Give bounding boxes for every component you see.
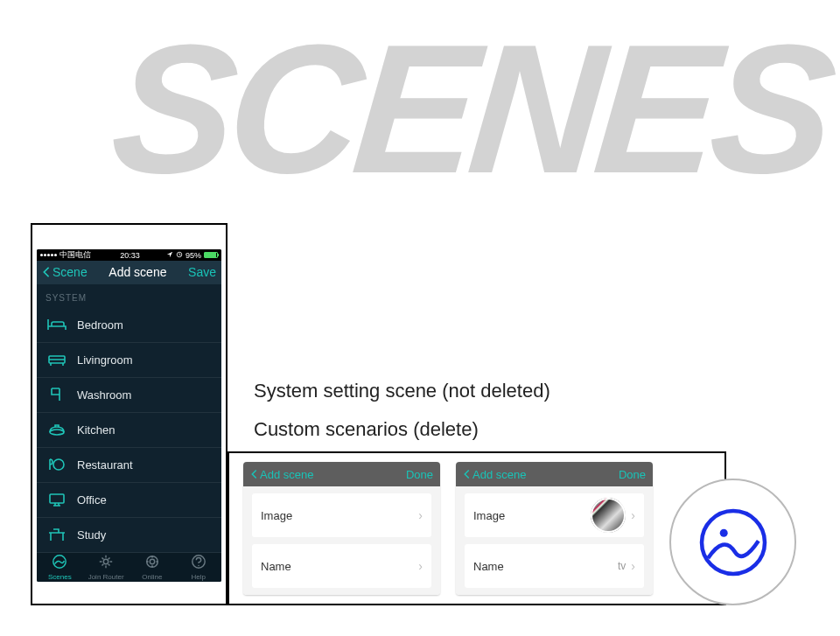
mini-nav: Add sceneDone (456, 462, 653, 486)
scene-row-label: Office (77, 493, 107, 507)
signal-icon (40, 254, 57, 256)
chevron-left-icon (463, 469, 471, 479)
mini-back-label: Add scene (472, 468, 526, 481)
nav-bar: Scene Add scene Save (37, 261, 221, 284)
mini-row-name[interactable]: Nametv› (465, 544, 644, 588)
section-header-system: SYSTEM (37, 284, 221, 308)
scene-list[interactable]: BedroomLivingroomWashroomKitchenRestaura… (37, 308, 221, 553)
mini-done-button[interactable]: Done (619, 468, 646, 481)
chevron-right-icon: › (631, 508, 635, 522)
svg-rect-5 (50, 494, 64, 503)
battery-pct: 95% (186, 251, 201, 260)
scene-row-label: Kitchen (77, 423, 115, 437)
image-thumbnail (591, 498, 626, 533)
monitor-icon (46, 490, 68, 509)
svg-point-4 (53, 459, 64, 470)
scene-row-label: Livingroom (77, 353, 133, 367)
mini-done-button[interactable]: Done (406, 468, 433, 481)
scene-row-label: Bedroom (77, 318, 123, 332)
svg-point-15 (198, 565, 199, 566)
scene-row-restaurant[interactable]: Restaurant (37, 448, 221, 483)
chevron-right-icon: › (418, 559, 423, 573)
mini-back-label: Add scene (260, 468, 313, 481)
towel-icon (46, 385, 68, 404)
svg-point-13 (156, 561, 158, 563)
tab-scenes[interactable]: Scenes (37, 553, 83, 582)
online-icon (144, 554, 160, 571)
tab-online[interactable]: Online (130, 553, 176, 582)
annotations-block: System setting scene (not deleted) Custo… (254, 372, 550, 449)
mini-row-label: Image (261, 509, 292, 522)
scene-row-office[interactable]: Office (37, 483, 221, 518)
annotation-line-1: System setting scene (not deleted) (254, 372, 550, 410)
svg-point-17 (719, 528, 727, 536)
scene-row-kitchen[interactable]: Kitchen (37, 413, 221, 448)
svg-point-10 (151, 556, 153, 557)
pot-icon (46, 420, 68, 439)
tab-label: Online (142, 573, 162, 581)
scenes-icon (52, 554, 67, 571)
phone-screen: 中国电信 20:33 95% Scene (37, 249, 221, 582)
mini-panel-0: Add sceneDoneImage›Name› (243, 462, 440, 595)
svg-point-8 (150, 559, 154, 563)
scene-row-label: Study (77, 528, 106, 542)
mini-row-name[interactable]: Name› (252, 544, 431, 588)
tab-label: Join Router (88, 573, 124, 581)
chevron-left-icon (250, 469, 258, 479)
status-bar: 中国电信 20:33 95% (37, 249, 221, 261)
sofa-icon (46, 350, 68, 369)
location-icon (166, 251, 173, 260)
tab-bar: ScenesJoin RouterOnlineHelp (37, 553, 221, 582)
svg-point-12 (146, 561, 148, 563)
status-time: 20:33 (94, 251, 166, 260)
chevron-right-icon: › (418, 508, 423, 522)
page-title-banner: SCENES (106, 17, 840, 201)
tab-label: Help (191, 573, 205, 581)
annotation-line-2: Custom scenarios (delete) (254, 410, 550, 449)
mini-body: Image›Nametv› (456, 486, 653, 595)
back-button[interactable]: Scene (42, 265, 88, 279)
mini-row-image[interactable]: Image› (252, 493, 431, 537)
mini-row-label: Name (473, 560, 504, 573)
watermark-logo (669, 479, 796, 605)
back-label: Scene (52, 265, 88, 279)
save-button[interactable]: Save (188, 265, 216, 279)
svg-point-3 (50, 430, 64, 435)
chevron-right-icon: › (631, 559, 635, 573)
scene-row-label: Restaurant (77, 458, 133, 472)
scene-row-label: Washroom (77, 388, 131, 402)
dining-icon (46, 455, 68, 474)
scene-row-study[interactable]: Study (37, 518, 221, 553)
scene-row-washroom[interactable]: Washroom (37, 378, 221, 413)
help-icon (191, 554, 206, 571)
mini-panel-1: Add sceneDoneImage›Nametv› (456, 462, 653, 595)
scene-row-livingroom[interactable]: Livingroom (37, 343, 221, 378)
image-placeholder-icon (694, 503, 773, 582)
svg-point-7 (103, 559, 108, 563)
phone-frame: 中国电信 20:33 95% Scene (31, 223, 228, 605)
alarm-icon (176, 251, 183, 260)
nav-title: Add scene (108, 265, 166, 279)
mini-nav: Add sceneDone (243, 462, 440, 486)
router-icon (98, 554, 114, 571)
desk-icon (46, 525, 68, 544)
mini-back-button[interactable]: Add scene (250, 468, 313, 481)
svg-point-11 (151, 565, 153, 567)
mini-back-button[interactable]: Add scene (463, 468, 526, 481)
tab-router[interactable]: Join Router (83, 553, 130, 582)
scene-row-bedroom[interactable]: Bedroom (37, 308, 221, 343)
mini-row-value: tv (618, 560, 626, 572)
tab-help[interactable]: Help (175, 553, 221, 582)
mini-row-label: Image (473, 509, 505, 522)
chevron-left-icon (42, 266, 51, 278)
mini-row-image[interactable]: Image› (465, 493, 644, 537)
tab-label: Scenes (48, 573, 72, 581)
mini-panels-frame: Add sceneDoneImage›Name›Add sceneDoneIma… (228, 451, 726, 605)
bed-icon (46, 315, 68, 334)
mini-row-label: Name (261, 560, 291, 573)
carrier-label: 中国电信 (60, 249, 91, 261)
mini-body: Image›Name› (243, 486, 440, 595)
battery-icon (204, 252, 218, 258)
